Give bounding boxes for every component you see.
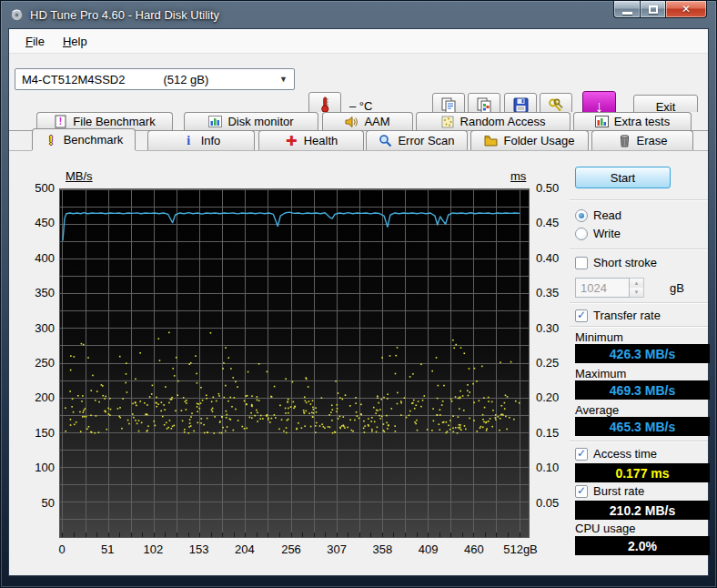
transfer-rate-checkbox[interactable]: ✓ Transfer rate	[575, 309, 661, 322]
client-area: File Help M4-CT512M4SSD2 (512 gB) ▼ – °C	[8, 28, 709, 576]
left-axis-tick: 400	[22, 251, 55, 265]
x-axis-tick: 256	[281, 542, 301, 556]
separator	[570, 248, 708, 250]
spin-up-icon[interactable]: ▲	[630, 279, 643, 288]
right-axis-tick: 0.10	[536, 461, 559, 474]
tab-folder-usage[interactable]: Folder Usage	[470, 130, 589, 150]
tab-label: Erase	[637, 134, 668, 147]
tab-label: Health	[304, 134, 338, 147]
right-axis-tick: 0.15	[536, 426, 559, 440]
temperature-value: – °C	[349, 99, 372, 113]
right-axis-tick: 0.35	[536, 286, 559, 299]
burst-rate-value: 210.2 MB/s	[575, 501, 710, 520]
radio-circle-icon	[575, 228, 588, 240]
access-time-checkbox[interactable]: ✓ Access time	[575, 447, 657, 461]
read-radio[interactable]: Read	[575, 208, 621, 222]
close-button[interactable]: ✕	[666, 1, 707, 18]
access-time-label: Access time	[593, 447, 657, 461]
x-axis-tick: 460	[464, 542, 484, 556]
left-axis-tick: 100	[22, 461, 55, 474]
left-axis-tick: 150	[22, 426, 55, 440]
disk-monitor-icon	[208, 115, 222, 128]
tab-label: Random Access	[460, 115, 546, 128]
x-axis-tick: 307	[327, 542, 347, 556]
capacity-unit: gB	[670, 281, 684, 295]
minimize-icon	[622, 12, 632, 15]
checkbox-icon: ✓	[575, 257, 588, 269]
maximum-value: 469.3 MB/s	[575, 380, 710, 400]
right-axis-title: ms	[510, 169, 526, 183]
x-axis-tick: 102	[144, 542, 164, 556]
tab-benchmark[interactable]: ! Benchmark	[32, 128, 136, 150]
right-axis-tick: 0.40	[536, 251, 559, 265]
trash-icon	[618, 134, 631, 147]
tab-label: Benchmark	[64, 133, 124, 147]
svg-text:!: !	[59, 117, 62, 127]
start-button[interactable]: Start	[575, 167, 671, 188]
menu-file[interactable]: File	[16, 32, 54, 51]
tab-label: Info	[201, 134, 221, 147]
x-axis-tick: 51	[101, 542, 114, 556]
tab-extra-tests[interactable]: Extra tests	[573, 112, 692, 130]
tab-health[interactable]: ✚ Health	[258, 130, 364, 150]
right-axis-tick: 0.30	[536, 321, 559, 335]
minimum-label: Minimum	[575, 330, 623, 344]
tab-file-benchmark[interactable]: ! File Benchmark	[36, 112, 173, 130]
separator	[570, 326, 708, 328]
left-axis-tick: 450	[22, 216, 55, 229]
minimum-value: 426.3 MB/s	[575, 344, 710, 363]
close-icon: ✕	[682, 3, 691, 15]
tab-erase[interactable]: Erase	[591, 130, 693, 150]
left-axis-tick: 300	[22, 321, 55, 335]
tab-random-access[interactable]: Random Access	[416, 112, 571, 130]
app-window: HD Tune Pro 4.60 - Hard Disk Utility ✕ F…	[0, 0, 717, 588]
tab-error-scan[interactable]: Error Scan	[366, 130, 468, 150]
maximize-icon	[649, 5, 658, 14]
transfer-rate-label: Transfer rate	[593, 309, 661, 322]
tab-label: AAM	[364, 115, 389, 128]
left-axis-tick: 250	[22, 356, 55, 370]
minimize-button[interactable]	[613, 1, 641, 18]
drive-select[interactable]: M4-CT512M4SSD2 (512 gB) ▼	[15, 68, 295, 90]
right-axis-tick: 0.45	[536, 216, 559, 229]
menu-help[interactable]: Help	[54, 32, 96, 51]
window-title: HD Tune Pro 4.60 - Hard Disk Utility	[30, 8, 219, 22]
chevron-down-icon: ▼	[279, 75, 290, 84]
x-axis-tick: 358	[373, 542, 393, 556]
average-label: Average	[575, 403, 619, 417]
tab-disk-monitor[interactable]: Disk monitor	[184, 112, 318, 130]
spin-down-icon[interactable]: ▼	[630, 288, 643, 297]
spinner-arrows[interactable]: ▲▼	[630, 278, 644, 298]
left-axis-tick: 500	[22, 181, 55, 195]
tab-label: Extra tests	[614, 115, 670, 128]
tab-label: Disk monitor	[227, 115, 293, 128]
short-stroke-checkbox[interactable]: ✓ Short stroke	[575, 256, 657, 269]
drive-size: (512 gB)	[163, 73, 208, 86]
extra-tests-icon	[595, 115, 609, 128]
benchmark-icon: !	[45, 133, 58, 147]
tab-info[interactable]: i Info	[147, 130, 255, 150]
write-label: Write	[593, 227, 621, 240]
tab-label: File Benchmark	[73, 115, 155, 128]
read-label: Read	[593, 208, 621, 222]
burst-rate-checkbox[interactable]: ✓ Burst rate	[575, 484, 644, 498]
write-radio[interactable]: Write	[575, 227, 621, 240]
right-axis-tick: 0.25	[536, 356, 559, 370]
speaker-icon	[345, 115, 358, 128]
maximize-button[interactable]	[641, 1, 666, 18]
right-axis-tick: 0.05	[536, 496, 559, 510]
capacity-spinner: ▲▼ gB	[575, 278, 684, 298]
cpu-usage-label: CPU usage	[575, 522, 635, 535]
random-access-icon	[441, 115, 455, 128]
tab-label: Error Scan	[398, 134, 454, 147]
x-axis-tick: 0	[58, 542, 65, 556]
titlebar[interactable]: HD Tune Pro 4.60 - Hard Disk Utility ✕	[1, 1, 716, 28]
maximum-label: Maximum	[575, 367, 626, 380]
benchmark-page: MB/s ms 500450400350300250200150100500.5…	[9, 150, 708, 574]
app-icon	[10, 8, 24, 22]
tab-label: Folder Usage	[503, 134, 574, 147]
capacity-input[interactable]	[575, 278, 630, 298]
left-axis-tick: 350	[22, 286, 55, 299]
checkbox-icon: ✓	[575, 309, 588, 322]
tab-aam[interactable]: AAM	[322, 112, 413, 130]
